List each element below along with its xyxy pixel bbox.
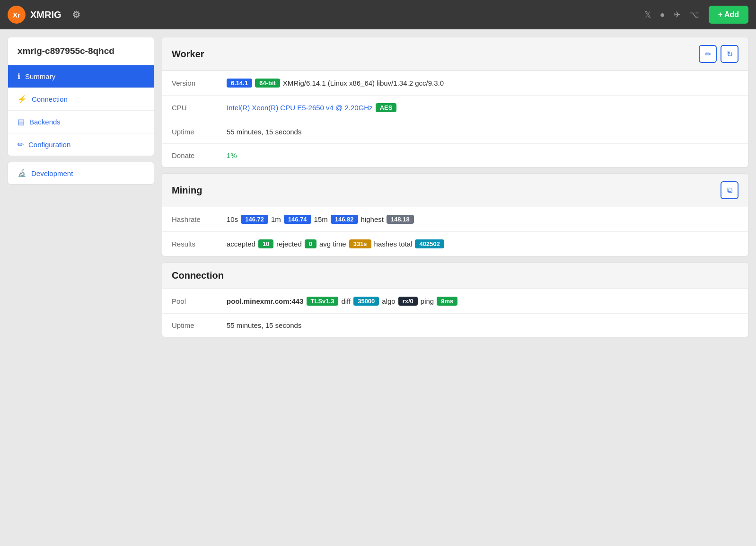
connection-icon: ⚡ — [18, 95, 27, 104]
sidebar-item-label: Connection — [32, 95, 68, 103]
version-row: Version 6.14.1 64-bit XMRig/6.14.1 (Linu… — [162, 71, 748, 96]
pool-row: Pool pool.minexmr.com:443 TLSv1.3 diff 3… — [162, 289, 748, 314]
connection-uptime-row: Uptime 55 minutes, 15 seconds — [162, 314, 748, 337]
app-logo: Xr XMRIG ⚙ — [8, 6, 644, 24]
hashrate-row: Hashrate 10s 146.72 1m 146.74 15m 146.82… — [162, 207, 748, 232]
reddit-icon[interactable]: ● — [660, 10, 665, 20]
github-icon[interactable]: ⌥ — [689, 9, 699, 20]
connection-card-header: Connection — [162, 263, 748, 289]
pool-address: pool.minexmr.com:443 — [227, 297, 304, 305]
add-button[interactable]: + Add — [709, 6, 748, 24]
cpu-name-link[interactable]: Intel(R) Xeon(R) CPU E5-2650 v4 @ 2.20GH… — [227, 104, 373, 112]
hashes-total-label: hashes total — [374, 240, 413, 248]
donate-text: 1% — [227, 151, 237, 159]
version-value: 6.14.1 64-bit XMRig/6.14.1 (Linux x86_64… — [227, 79, 738, 88]
worker-card-title: Worker — [172, 49, 204, 60]
connection-uptime-text: 55 minutes, 15 seconds — [227, 321, 301, 329]
mining-card-title: Mining — [172, 185, 202, 196]
dev-icon: 🔬 — [18, 169, 26, 177]
worker-card-actions: ✏ ↻ — [699, 45, 738, 63]
refresh-button[interactable]: ↻ — [721, 45, 738, 63]
pool-value: pool.minexmr.com:443 TLSv1.3 diff 35000 … — [227, 297, 738, 306]
uptime-text: 55 minutes, 15 seconds — [227, 128, 301, 136]
edit-button[interactable]: ✏ — [699, 45, 717, 63]
uptime-label: Uptime — [172, 128, 219, 136]
accepted-value: 10 — [258, 239, 273, 248]
version-badge: 6.14.1 — [227, 79, 252, 88]
sidebar-item-label: Backends — [29, 118, 61, 126]
worker-card: Worker ✏ ↻ Version 6.14.1 64-bit XMRig/6… — [162, 37, 748, 167]
results-row: Results accepted 10 rejected 0 avg time … — [162, 232, 748, 256]
donate-label: Donate — [172, 151, 219, 159]
avg-time-value: 331s — [349, 239, 371, 248]
worker-name: xmrig-c897955c-8qhcd — [8, 37, 154, 65]
sidebar-item-backends[interactable]: ▤ Backends — [8, 111, 154, 133]
sidebar: xmrig-c897955c-8qhcd ℹ Summary ⚡ Connect… — [8, 37, 154, 538]
sidebar-item-development[interactable]: 🔬 Development — [8, 162, 154, 184]
hashrate-1m-label: 1m — [271, 215, 281, 223]
avg-time-label: avg time — [319, 240, 346, 248]
diff-value: 35000 — [353, 297, 379, 306]
gear-icon[interactable]: ⚙ — [72, 9, 80, 20]
sidebar-item-summary[interactable]: ℹ Summary — [8, 65, 154, 88]
connection-uptime-value: 55 minutes, 15 seconds — [227, 321, 738, 329]
main-layout: xmrig-c897955c-8qhcd ℹ Summary ⚡ Connect… — [0, 29, 756, 546]
connection-card-title: Connection — [172, 270, 224, 281]
hashrate-15m-label: 15m — [314, 215, 328, 223]
hashrate-10s-label: 10s — [227, 215, 238, 223]
cpu-row: CPU Intel(R) Xeon(R) CPU E5-2650 v4 @ 2.… — [162, 96, 748, 120]
diff-label: diff — [341, 297, 351, 305]
sidebar-main-card: xmrig-c897955c-8qhcd ℹ Summary ⚡ Connect… — [8, 37, 154, 156]
twitter-icon[interactable]: 𝕏 — [644, 9, 651, 20]
hashrate-highest-value: 148.18 — [387, 215, 414, 224]
connection-uptime-label: Uptime — [172, 321, 219, 329]
hashes-total-value: 402502 — [415, 239, 444, 248]
telegram-icon[interactable]: ✈ — [674, 9, 681, 20]
ping-label: ping — [421, 297, 434, 305]
aes-badge: AES — [376, 103, 397, 112]
tls-badge: TLSv1.3 — [307, 297, 339, 306]
pool-label: Pool — [172, 297, 219, 305]
mining-card-header: Mining ⧉ — [162, 174, 748, 207]
results-value: accepted 10 rejected 0 avg time 331s has… — [227, 239, 738, 248]
sidebar-item-label: Summary — [25, 72, 55, 80]
rejected-value: 0 — [305, 239, 316, 248]
sidebar-item-label: Configuration — [28, 141, 70, 149]
sidebar-item-connection[interactable]: ⚡ Connection — [8, 88, 154, 111]
sidebar-dev-card: 🔬 Development — [8, 162, 154, 185]
uptime-row: Uptime 55 minutes, 15 seconds — [162, 120, 748, 144]
logo-icon: Xr — [8, 6, 26, 24]
worker-card-header: Worker ✏ ↻ — [162, 37, 748, 71]
sidebar-item-label: Development — [31, 169, 73, 177]
backends-icon: ▤ — [18, 117, 25, 126]
app-name: XMRIG — [30, 9, 62, 20]
results-label: Results — [172, 240, 219, 248]
hashrate-value: 10s 146.72 1m 146.74 15m 146.82 highest … — [227, 215, 738, 224]
hashrate-highest-label: highest — [361, 215, 384, 223]
copy-button[interactable]: ⧉ — [721, 181, 738, 199]
cpu-value: Intel(R) Xeon(R) CPU E5-2650 v4 @ 2.20GH… — [227, 103, 738, 112]
cpu-label: CPU — [172, 104, 219, 112]
hashrate-1m-value: 146.74 — [284, 215, 311, 224]
rejected-label: rejected — [276, 240, 301, 248]
header: Xr XMRIG ⚙ 𝕏 ● ✈ ⌥ + Add — [0, 0, 756, 29]
uptime-value: 55 minutes, 15 seconds — [227, 128, 738, 136]
bit-badge: 64-bit — [255, 79, 280, 88]
connection-card: Connection Pool pool.minexmr.com:443 TLS… — [162, 262, 748, 337]
version-text: XMRig/6.14.1 (Linux x86_64) libuv/1.34.2… — [283, 79, 444, 87]
donate-value: 1% — [227, 151, 738, 159]
sidebar-item-configuration[interactable]: ✏ Configuration — [8, 133, 154, 156]
ping-value: 9ms — [437, 297, 457, 306]
accepted-label: accepted — [227, 240, 255, 248]
content-area: Worker ✏ ↻ Version 6.14.1 64-bit XMRig/6… — [162, 37, 748, 538]
mining-card-actions: ⧉ — [721, 181, 738, 199]
info-icon: ℹ — [18, 72, 20, 81]
algo-value: rx/0 — [398, 297, 418, 306]
algo-label: algo — [382, 297, 395, 305]
config-icon: ✏ — [18, 140, 24, 149]
social-icons: 𝕏 ● ✈ ⌥ — [644, 9, 699, 20]
hashrate-15m-value: 146.82 — [331, 215, 358, 224]
donate-row: Donate 1% — [162, 144, 748, 167]
mining-card: Mining ⧉ Hashrate 10s 146.72 1m 146.74 1… — [162, 173, 748, 256]
hashrate-10s-value: 146.72 — [241, 215, 268, 224]
